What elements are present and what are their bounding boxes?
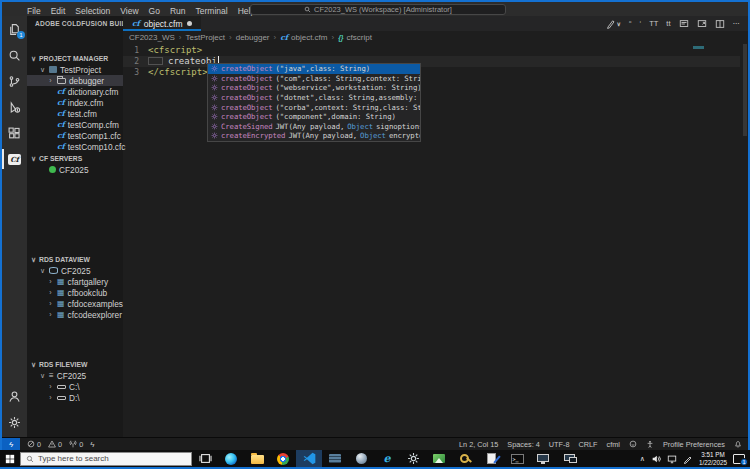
open-preview-icon[interactable] [697,19,707,29]
tray-hidden-icons-icon[interactable]: ∧ [640,455,645,463]
tray-pen-icon[interactable] [683,454,693,464]
taskbar-services-icon[interactable] [400,450,426,467]
status-warnings-count[interactable]: 0 [48,440,62,449]
more-actions-icon[interactable]: ⋯ [733,19,741,28]
breadcrumb-debugger[interactable]: debugger [236,33,270,42]
taskbar-ie-icon[interactable]: e [374,450,400,467]
suggestion-item-5[interactable]: createObject("component",domain: String) [208,112,420,122]
section-header-project-manager[interactable]: ∨PROJECT MANAGER [27,53,123,64]
taskbar-edge-icon[interactable] [218,450,244,467]
menu-file[interactable]: File [22,6,46,16]
status-feedback[interactable] [629,440,637,448]
section-header-rds-fileview[interactable]: ∨RDS FILEVIEW [27,359,123,370]
status-eol[interactable]: CRLF [578,440,597,449]
tree-item-c[interactable]: ›C:\ [27,381,123,392]
section-header-rds-dataview[interactable]: ∨RDS DATAVIEW [27,254,123,265]
taskbar-chrome-icon[interactable] [270,450,296,467]
taskbar-vscode-icon[interactable] [296,450,322,467]
tab-object-cfm[interactable]: cf object.cfm [123,16,201,31]
menu-selection[interactable]: Selection [70,6,115,16]
status-accessibility[interactable] [646,440,654,448]
taskbar-file-explorer-icon[interactable] [244,450,270,467]
code-editor[interactable]: 1<cfscript>2createobj3</cfscript> create… [123,44,748,437]
tree-item-dictionary-cfm[interactable]: cfdictionary.cfm [27,86,123,97]
activity-search-icon[interactable] [2,42,27,68]
command-center-search[interactable]: CF2023_WS (Workspace) [Administrator] [250,4,506,15]
single-quote-icon[interactable]: ‘ [639,19,641,28]
status-notifications[interactable] [734,440,742,448]
activity-gear-icon[interactable] [2,409,27,435]
uppercase-icon[interactable]: TT [649,19,658,28]
status-language-mode[interactable]: cfml [607,440,620,449]
menu-go[interactable]: Go [144,6,165,16]
taskbar-server-stack-icon[interactable] [322,450,348,467]
taskbar-key-icon[interactable] [452,450,478,467]
status-cursor-position[interactable]: Ln 2, Col 15 [459,440,498,449]
tree-item-cfartgallery[interactable]: ›▦cfartgallery [27,276,123,287]
clock[interactable]: 3:51 PM 1/22/2025 [699,451,727,466]
tree-item-cf2025[interactable]: CF2025 [27,164,123,175]
taskbar-photos-icon[interactable] [426,450,452,467]
suggestion-item-2[interactable]: createObject("webservice",workstation: S… [208,83,420,93]
tree-item-cf2025[interactable]: ∨CF2025 [27,265,123,276]
taskbar-task-view-icon[interactable] [192,450,218,467]
menu-terminal[interactable]: Terminal [191,6,233,16]
tree-item-index-cfm[interactable]: cfindex.cfm [27,97,123,108]
preview-icon[interactable] [679,19,689,29]
menu-edit[interactable]: Edit [46,6,71,16]
taskbar-computer-icon[interactable] [530,450,556,467]
breadcrumb-testproject[interactable]: TestProject [185,33,225,42]
status-encoding[interactable]: UTF-8 [549,440,570,449]
action-center-icon[interactable]: 1 [733,454,745,464]
status-profile-preferences[interactable]: Profile Preferences [663,440,725,449]
tree-item-cfcodeexplorer[interactable]: ›▦cfcodeexplorer [27,309,123,320]
status-errors-count[interactable]: 0 [27,440,41,449]
menu-view[interactable]: View [115,6,143,16]
status-cf-server-status[interactable]: ϟ [90,440,94,449]
remote-indicator[interactable]: ϟ [2,438,20,450]
tree-item-testcomp10-cfc[interactable]: cftestComp10.cfc [27,141,123,152]
activity-debug-icon[interactable] [2,94,27,120]
suggestion-item-7[interactable]: createEncryptedJWT(Any payload, Object e… [208,131,420,141]
breadcrumb-cfscript[interactable]: {}cfscript [338,33,372,42]
section-header-cf-servers[interactable]: ∨CF SERVERS [27,153,123,164]
suggestion-item-1[interactable]: createObject("com",class: String,context… [208,74,420,84]
activity-account-icon[interactable] [2,383,27,409]
taskbar-search-input[interactable]: Type here to search [20,452,192,466]
taskbar-cmd-icon[interactable]: >_ [504,450,530,467]
code-line-1[interactable]: 1<cfscript> [123,44,748,55]
taskbar-notepad-icon[interactable] [478,450,504,467]
tree-item-test-cfm[interactable]: cftest.cfm [27,108,123,119]
activity-extensions-icon[interactable] [2,120,27,146]
breadcrumb-object-cfm[interactable]: cfobject.cfm [280,33,327,42]
split-editor-icon[interactable] [715,19,725,29]
start-button[interactable] [0,450,20,467]
tray-volume-icon[interactable] [651,454,661,464]
tree-item-testcomp-cfm[interactable]: cftestComp.cfm [27,119,123,130]
tree-item-cfdocexamples[interactable]: ›▦cfdocexamples [27,298,123,309]
tree-item-testcomp1-cfc[interactable]: cftestComp1.cfc [27,130,123,141]
suggestion-item-4[interactable]: createObject("corba",context: String,cla… [208,102,420,112]
double-quote-icon[interactable]: “ [629,19,632,28]
tree-item-debugger[interactable]: ›debugger [27,75,123,86]
suggestion-item-0[interactable]: createObject("java",class: String) [208,64,420,74]
lowercase-icon[interactable]: tt [666,19,670,28]
taskbar-network-computer-icon[interactable] [556,450,582,467]
breadcrumb-cf2023-ws[interactable]: CF2023_WS [129,33,175,42]
cfml-run-config-icon[interactable]: ∨ [606,19,621,29]
status-ports-count[interactable]: 0 [69,440,83,449]
tray-network-monitor-icon[interactable] [667,454,677,464]
modified-dot-icon[interactable] [187,21,192,26]
activity-files-icon[interactable]: 1 [2,16,27,42]
tree-item-cf2025[interactable]: ∨≡CF2025 [27,370,123,381]
editor-scrollbar[interactable] [743,44,747,136]
tree-item-d[interactable]: ›D:\ [27,392,123,403]
suggestion-item-3[interactable]: createObject("dotnet",class: String,asse… [208,93,420,103]
suggestion-item-6[interactable]: CreateSignedJWT(Any payload, Object sign… [208,122,420,132]
tree-item-testproject[interactable]: ∨TestProject [27,64,123,75]
menu-run[interactable]: Run [165,6,191,16]
tree-item-cfbookclub[interactable]: ›▦cfbookclub [27,287,123,298]
activity-cf-builder-icon[interactable]: Cf [2,146,27,172]
activity-scm-icon[interactable] [2,68,27,94]
status-indentation[interactable]: Spaces: 4 [507,440,539,449]
